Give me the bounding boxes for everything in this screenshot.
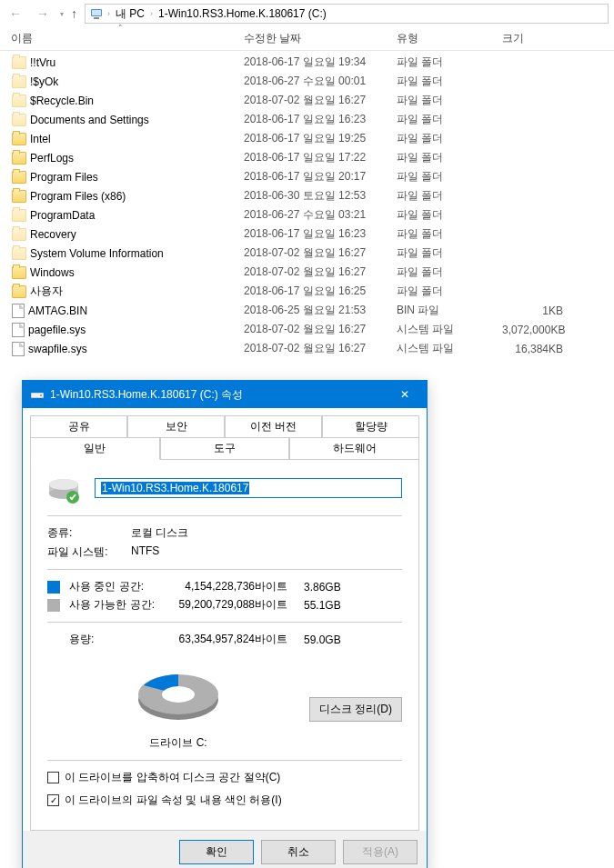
file-name: !!tVru (30, 56, 55, 69)
forward-arrow-icon: → (33, 6, 53, 21)
up-arrow-icon[interactable]: ↑ (71, 6, 77, 21)
file-type: 파일 폴더 (397, 169, 502, 185)
file-type: 파일 폴더 (397, 226, 502, 242)
file-date: 2018-07-02 월요일 16:27 (244, 264, 397, 280)
file-name: pagefile.sys (28, 324, 86, 336)
file-row[interactable]: PerfLogs2018-06-17 일요일 17:22파일 폴더 (12, 148, 614, 167)
file-date: 2018-06-30 토요일 12:53 (244, 188, 397, 204)
navigation-bar: ← → ▾ ↑ › 내 PC › 1-Win10.RS3.Home.K.1806… (0, 0, 614, 27)
file-row[interactable]: Documents and Settings2018-06-17 일요일 16:… (12, 110, 614, 129)
folder-icon (12, 228, 26, 241)
file-type: BIN 파일 (397, 303, 502, 318)
file-date: 2018-07-02 월요일 16:27 (244, 341, 397, 356)
breadcrumb-separator-icon[interactable]: › (150, 9, 153, 18)
file-row[interactable]: Windows2018-07-02 월요일 16:27파일 폴더 (12, 263, 614, 282)
column-header-name[interactable]: 이름 ˄ (11, 31, 244, 46)
file-row[interactable]: Recovery2018-06-17 일요일 16:23파일 폴더 (12, 224, 614, 244)
file-row[interactable]: Program Files (x86)2018-06-30 토요일 12:53파… (12, 186, 614, 205)
file-name: $Recycle.Bin (30, 95, 94, 107)
column-header-size[interactable]: 크기 (502, 31, 584, 46)
file-name: Documents and Settings (30, 114, 149, 126)
file-row[interactable]: pagefile.sys2018-07-02 월요일 16:27시스템 파일3,… (12, 320, 614, 339)
breadcrumb-separator-icon[interactable]: › (107, 9, 110, 18)
column-label: 이름 (11, 32, 33, 45)
file-date: 2018-06-27 수요일 00:01 (244, 74, 397, 89)
folder-icon (12, 209, 26, 222)
file-type: 파일 폴더 (397, 55, 502, 70)
file-date: 2018-06-17 일요일 16:23 (244, 112, 397, 127)
folder-icon (12, 75, 26, 88)
file-type: 시스템 파일 (397, 341, 502, 356)
file-name: Windows (30, 266, 75, 279)
file-row[interactable]: Program Files2018-06-17 일요일 20:17파일 폴더 (12, 167, 614, 186)
svg-rect-2 (94, 17, 99, 19)
file-name: Intel (30, 133, 51, 145)
file-row[interactable]: swapfile.sys2018-07-02 월요일 16:27시스템 파일16… (12, 339, 614, 358)
file-type: 파일 폴더 (397, 188, 502, 204)
file-icon (12, 304, 25, 318)
file-row[interactable]: 사용자2018-06-17 일요일 16:25파일 폴더 (12, 282, 614, 301)
file-icon (12, 342, 25, 356)
folder-icon (12, 171, 26, 184)
file-type: 파일 폴더 (397, 74, 502, 89)
file-list: !!tVru2018-06-17 일요일 19:34파일 폴더!$yOk2018… (0, 51, 614, 376)
file-name: !$yOk (30, 75, 58, 88)
file-date: 2018-07-02 월요일 16:27 (244, 322, 397, 337)
breadcrumb-item[interactable]: 내 PC (114, 6, 146, 22)
folder-icon (12, 266, 26, 279)
sort-ascending-icon: ˄ (118, 24, 123, 33)
file-date: 2018-06-17 일요일 19:34 (244, 55, 397, 70)
file-row[interactable]: System Volume Information2018-07-02 월요일 … (12, 244, 614, 263)
file-date: 2018-07-02 월요일 16:27 (244, 93, 397, 108)
file-size: 16,384KB (502, 343, 570, 355)
file-name: AMTAG.BIN (28, 304, 87, 317)
column-header-date[interactable]: 수정한 날짜 (244, 31, 397, 46)
back-arrow-icon[interactable]: ← (5, 6, 25, 21)
file-type: 파일 폴더 (397, 112, 502, 127)
file-type: 파일 폴더 (397, 150, 502, 165)
folder-icon (12, 247, 26, 260)
file-row[interactable]: $Recycle.Bin2018-07-02 월요일 16:27파일 폴더 (12, 91, 614, 110)
file-type: 파일 폴더 (397, 207, 502, 223)
file-type: 파일 폴더 (397, 284, 502, 299)
file-row[interactable]: AMTAG.BIN2018-06-25 월요일 21:53BIN 파일1KB (12, 301, 614, 320)
file-size: 3,072,000KB (502, 324, 570, 336)
folder-icon (12, 285, 26, 298)
file-type: 파일 폴더 (397, 245, 502, 261)
file-icon (12, 323, 25, 337)
file-date: 2018-06-17 일요일 16:23 (244, 226, 397, 242)
file-row[interactable]: ProgramData2018-06-27 수요일 03:21파일 폴더 (12, 205, 614, 224)
file-row[interactable]: !!tVru2018-06-17 일요일 19:34파일 폴더 (12, 53, 614, 72)
breadcrumb-item[interactable]: 1-Win10.RS3.Home.K.180617 (C:) (156, 7, 328, 20)
file-size: 1KB (502, 304, 570, 317)
file-date: 2018-06-17 일요일 16:25 (244, 284, 397, 299)
file-type: 시스템 파일 (397, 322, 502, 337)
file-name: 사용자 (30, 284, 63, 299)
file-name: Program Files (x86) (30, 190, 126, 203)
folder-icon (12, 133, 26, 145)
file-name: Program Files (30, 171, 98, 184)
file-name: PerfLogs (30, 152, 74, 165)
file-date: 2018-06-17 일요일 19:25 (244, 131, 397, 146)
file-date: 2018-06-25 월요일 21:53 (244, 303, 397, 318)
address-bar[interactable]: › 내 PC › 1-Win10.RS3.Home.K.180617 (C:) (85, 4, 609, 24)
file-date: 2018-06-27 수요일 03:21 (244, 207, 397, 223)
file-row[interactable]: Intel2018-06-17 일요일 19:25파일 폴더 (12, 129, 614, 148)
file-name: System Volume Information (30, 247, 164, 260)
folder-icon (12, 190, 26, 203)
file-date: 2018-06-17 일요일 20:17 (244, 169, 397, 185)
column-headers: 이름 ˄ 수정한 날짜 유형 크기 (0, 27, 614, 51)
pc-icon (89, 6, 104, 21)
folder-icon (12, 56, 26, 69)
column-header-type[interactable]: 유형 (397, 31, 502, 46)
history-dropdown-icon[interactable]: ▾ (60, 10, 64, 18)
svg-rect-1 (92, 10, 101, 15)
file-name: ProgramData (30, 209, 95, 222)
file-name: swapfile.sys (28, 343, 87, 355)
file-row[interactable]: !$yOk2018-06-27 수요일 00:01파일 폴더 (12, 72, 614, 91)
file-date: 2018-06-17 일요일 17:22 (244, 150, 397, 165)
folder-icon (12, 114, 26, 126)
file-type: 파일 폴더 (397, 264, 502, 280)
folder-icon (12, 152, 26, 165)
file-name: Recovery (30, 228, 76, 241)
